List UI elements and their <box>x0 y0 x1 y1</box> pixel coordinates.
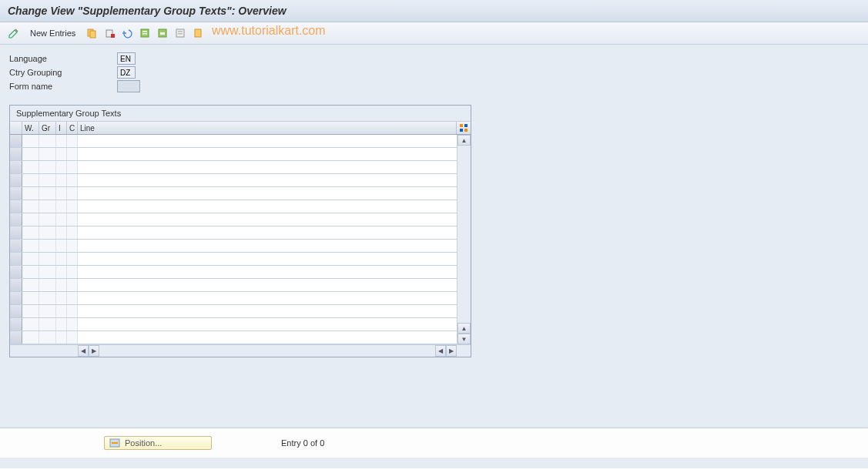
scroll-track[interactable] <box>457 146 471 323</box>
cell-w[interactable] <box>22 148 39 160</box>
form-name-input[interactable] <box>117 80 140 92</box>
new-entries-button[interactable]: New Entries <box>24 27 82 39</box>
scroll-up-button[interactable]: ▲ <box>457 135 471 146</box>
cell-i[interactable] <box>56 200 67 213</box>
cell-gr[interactable] <box>39 200 56 213</box>
cell-c[interactable] <box>67 253 78 265</box>
cell-i[interactable] <box>56 161 67 173</box>
cell-c[interactable] <box>67 187 78 200</box>
row-selector[interactable] <box>10 318 22 330</box>
cell-gr[interactable] <box>39 135 56 147</box>
scroll-left-end-button[interactable]: ◀ <box>435 345 446 357</box>
col-line[interactable]: Line <box>78 122 457 134</box>
cell-i[interactable] <box>56 174 67 186</box>
row-selector[interactable] <box>10 213 22 226</box>
cell-gr[interactable] <box>39 331 56 344</box>
cell-i[interactable] <box>56 240 67 252</box>
scroll-down-button-2[interactable]: ▼ <box>457 334 471 344</box>
cell-w[interactable] <box>22 266 39 278</box>
cell-line[interactable] <box>78 240 457 252</box>
ctry-grouping-input[interactable] <box>117 66 136 79</box>
cell-c[interactable] <box>67 292 78 304</box>
col-i[interactable]: I <box>56 122 67 134</box>
cell-i[interactable] <box>56 226 67 239</box>
cell-w[interactable] <box>22 226 39 239</box>
deselect-all-icon[interactable] <box>173 25 188 41</box>
hscroll-track[interactable] <box>99 345 435 357</box>
row-selector[interactable] <box>10 148 22 160</box>
row-selector[interactable] <box>10 226 22 239</box>
col-selector[interactable] <box>10 122 22 134</box>
cell-c[interactable] <box>67 279 78 291</box>
cell-line[interactable] <box>78 305 457 317</box>
cell-w[interactable] <box>22 253 39 265</box>
print-config-icon[interactable] <box>190 25 206 41</box>
cell-c[interactable] <box>67 266 78 278</box>
col-w[interactable]: W. <box>22 122 39 134</box>
cell-gr[interactable] <box>39 148 56 160</box>
cell-line[interactable] <box>78 213 457 226</box>
cell-w[interactable] <box>22 174 39 186</box>
row-selector[interactable] <box>10 174 22 186</box>
cell-gr[interactable] <box>39 174 56 186</box>
select-block-icon[interactable] <box>155 25 170 41</box>
row-selector[interactable] <box>10 161 22 173</box>
cell-w[interactable] <box>22 292 39 304</box>
row-selector[interactable] <box>10 331 22 344</box>
cell-i[interactable] <box>56 331 67 344</box>
cell-gr[interactable] <box>39 226 56 239</box>
cell-line[interactable] <box>78 135 457 147</box>
cell-gr[interactable] <box>39 318 56 330</box>
row-selector[interactable] <box>10 266 22 278</box>
cell-w[interactable] <box>22 200 39 213</box>
cell-line[interactable] <box>78 174 457 186</box>
select-all-icon[interactable] <box>137 25 152 41</box>
col-gr[interactable]: Gr <box>39 122 56 134</box>
cell-i[interactable] <box>56 279 67 291</box>
cell-line[interactable] <box>78 331 457 344</box>
row-selector[interactable] <box>10 187 22 200</box>
table-config-icon[interactable] <box>457 122 471 134</box>
cell-c[interactable] <box>67 200 78 213</box>
toggle-display-change-icon[interactable] <box>6 25 22 41</box>
row-selector[interactable] <box>10 292 22 304</box>
cell-line[interactable] <box>78 187 457 200</box>
cell-i[interactable] <box>56 148 67 160</box>
language-input[interactable] <box>117 52 136 65</box>
cell-c[interactable] <box>67 135 78 147</box>
cell-w[interactable] <box>22 161 39 173</box>
scroll-left-button[interactable]: ◀ <box>78 345 89 357</box>
cell-line[interactable] <box>78 161 457 173</box>
cell-c[interactable] <box>67 226 78 239</box>
cell-gr[interactable] <box>39 279 56 291</box>
scroll-right-end-button[interactable]: ▶ <box>446 345 457 357</box>
col-c[interactable]: C <box>67 122 78 134</box>
cell-w[interactable] <box>22 279 39 291</box>
cell-w[interactable] <box>22 213 39 226</box>
cell-i[interactable] <box>56 266 67 278</box>
row-selector[interactable] <box>10 240 22 252</box>
copy-as-icon[interactable] <box>84 25 99 41</box>
cell-w[interactable] <box>22 305 39 317</box>
cell-line[interactable] <box>78 292 457 304</box>
cell-c[interactable] <box>67 305 78 317</box>
cell-line[interactable] <box>78 253 457 265</box>
cell-c[interactable] <box>67 318 78 330</box>
cell-w[interactable] <box>22 331 39 344</box>
cell-c[interactable] <box>67 213 78 226</box>
undo-change-icon[interactable] <box>119 25 135 41</box>
cell-c[interactable] <box>67 331 78 344</box>
cell-c[interactable] <box>67 240 78 252</box>
cell-c[interactable] <box>67 174 78 186</box>
cell-gr[interactable] <box>39 253 56 265</box>
cell-i[interactable] <box>56 187 67 200</box>
cell-i[interactable] <box>56 292 67 304</box>
row-selector[interactable] <box>10 305 22 317</box>
cell-w[interactable] <box>22 135 39 147</box>
cell-line[interactable] <box>78 318 457 330</box>
cell-w[interactable] <box>22 240 39 252</box>
scroll-right-button[interactable]: ▶ <box>89 345 99 357</box>
cell-line[interactable] <box>78 266 457 278</box>
cell-line[interactable] <box>78 148 457 160</box>
cell-i[interactable] <box>56 253 67 265</box>
